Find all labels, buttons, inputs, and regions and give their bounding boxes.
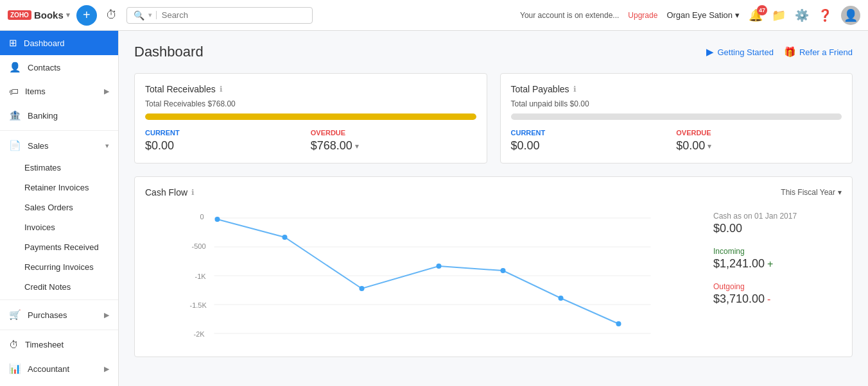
incoming-sign: + bbox=[767, 258, 773, 270]
y-label-500: -500 bbox=[192, 242, 206, 250]
org-selector[interactable]: Organ Eye Sation ▾ bbox=[666, 10, 740, 20]
cash-flow-svg: 0 -500 -1K -1.5K -2K bbox=[145, 205, 700, 346]
items-icon: 🏷 bbox=[9, 86, 19, 97]
sidebar-item-banking[interactable]: 🏦 Banking bbox=[0, 103, 118, 128]
main-content: Dashboard ▶ Getting Started 🎁 Refer a Fr… bbox=[119, 31, 868, 386]
payables-overdue-stat: OVERDUE $0.00 ▾ bbox=[676, 129, 842, 153]
search-input[interactable] bbox=[162, 10, 306, 20]
cash-flow-filter[interactable]: This Fiscal Year ▾ bbox=[781, 188, 842, 197]
receivables-current-value: $0.00 bbox=[145, 139, 311, 153]
content-header: Dashboard ▶ Getting Started 🎁 Refer a Fr… bbox=[134, 44, 853, 60]
cash-flow-title: Cash Flow ℹ bbox=[145, 187, 195, 197]
user-avatar[interactable]: 👤 bbox=[841, 6, 860, 25]
sidebar-item-label: Items bbox=[25, 87, 46, 96]
receivables-info-icon[interactable]: ℹ bbox=[220, 85, 223, 94]
sidebar-item-label: Sales bbox=[28, 141, 49, 151]
play-icon: ▶ bbox=[706, 46, 714, 58]
payables-title-label: Total Payables bbox=[511, 84, 569, 94]
dashboard-icon: ⊞ bbox=[9, 37, 17, 49]
cash-flow-legend: Cash as on 01 Jan 2017 $0.00 Incoming $1… bbox=[700, 205, 842, 346]
receivables-title: Total Receivables ℹ bbox=[145, 84, 476, 94]
sidebar-sub-retainer-invoices[interactable]: Retainer Invoices bbox=[0, 178, 118, 197]
cash-flow-section: Cash Flow ℹ This Fiscal Year ▾ 0 -500 -1… bbox=[134, 176, 853, 357]
sidebar: ⊞ Dashboard 👤 Contacts 🏷 Items ▶ 🏦 Banki… bbox=[0, 31, 119, 386]
summary-cards-row: Total Receivables ℹ Total Receivables $7… bbox=[134, 73, 853, 164]
sidebar-sub-estimates[interactable]: Estimates bbox=[0, 158, 118, 178]
sidebar-sub-payments-received[interactable]: Payments Received bbox=[0, 237, 118, 257]
legend-outgoing: Outgoing $3,710.00 - bbox=[713, 282, 842, 306]
cash-flow-chart: 0 -500 -1K -1.5K -2K bbox=[145, 205, 700, 346]
org-chevron-icon[interactable]: ▾ bbox=[66, 11, 70, 19]
sidebar-item-timesheet[interactable]: ⏱ Timesheet bbox=[0, 333, 118, 357]
legend-cash-label: Cash as on 01 Jan 2017 bbox=[713, 212, 842, 221]
topnav-right: Your account is on extende... Upgrade Or… bbox=[520, 6, 860, 25]
history-button[interactable]: ⏱ bbox=[103, 6, 120, 24]
sidebar-item-contacts[interactable]: 👤 Contacts bbox=[0, 55, 118, 80]
cash-flow-line bbox=[218, 219, 619, 324]
sidebar-sub-recurring-invoices[interactable]: Recurring Invoices bbox=[0, 257, 118, 277]
legend-outgoing-value: $3,710.00 - bbox=[713, 292, 842, 306]
main-layout: ⊞ Dashboard 👤 Contacts 🏷 Items ▶ 🏦 Banki… bbox=[0, 31, 868, 386]
sidebar-divider-2 bbox=[0, 299, 118, 300]
chart-point-0 bbox=[215, 217, 220, 222]
sidebar-divider-3 bbox=[0, 330, 118, 330]
y-label-1-5k: -1.5K bbox=[190, 301, 207, 309]
receivables-title-label: Total Receivables bbox=[145, 84, 216, 94]
banking-icon: 🏦 bbox=[9, 110, 21, 121]
purchases-icon: 🛒 bbox=[9, 309, 21, 321]
legend-incoming: Incoming $1,241.00 + bbox=[713, 247, 842, 271]
sidebar-item-items[interactable]: 🏷 Items ▶ bbox=[0, 80, 118, 103]
sidebar-item-label: Dashboard bbox=[24, 38, 65, 48]
overdue-dropdown-icon[interactable]: ▾ bbox=[355, 142, 359, 151]
sidebar-sub-invoices[interactable]: Invoices bbox=[0, 217, 118, 237]
sidebar-item-label: Timesheet bbox=[25, 340, 64, 349]
total-payables-card: Total Payables ℹ Total unpaid bills $0.0… bbox=[500, 73, 853, 164]
search-filter-icon[interactable]: ▾ bbox=[148, 11, 157, 19]
timesheet-icon: ⏱ bbox=[9, 339, 19, 350]
y-label-0: 0 bbox=[200, 213, 204, 221]
sidebar-sub-credit-notes[interactable]: Credit Notes bbox=[0, 277, 118, 297]
payables-current-value: $0.00 bbox=[511, 139, 677, 153]
search-bar[interactable]: 🔍 ▾ bbox=[126, 7, 313, 24]
payables-overdue-dropdown-icon[interactable]: ▾ bbox=[707, 142, 711, 151]
cash-flow-header: Cash Flow ℹ This Fiscal Year ▾ bbox=[145, 187, 842, 197]
sidebar-sub-sales-orders[interactable]: Sales Orders bbox=[0, 197, 118, 217]
receivables-overdue-stat: OVERDUE $768.00 ▾ bbox=[311, 129, 476, 153]
files-button[interactable]: 📁 bbox=[772, 8, 786, 22]
sidebar-item-label: Purchases bbox=[28, 310, 67, 320]
notification-badge: 47 bbox=[757, 5, 767, 15]
sidebar-item-dashboard[interactable]: ⊞ Dashboard bbox=[0, 31, 118, 55]
upgrade-link[interactable]: Upgrade bbox=[628, 11, 657, 20]
receivables-current-stat: CURRENT $0.00 bbox=[145, 129, 311, 153]
accountant-chevron-icon: ▶ bbox=[104, 365, 109, 373]
org-dropdown-icon[interactable]: ▾ bbox=[735, 10, 740, 20]
refer-friend-label: Refer a Friend bbox=[799, 47, 853, 57]
app-logo[interactable]: ZOHO Books ▾ bbox=[8, 10, 70, 21]
sidebar-item-sales[interactable]: 📄 Sales ▾ bbox=[0, 133, 118, 158]
add-button[interactable]: + bbox=[76, 5, 97, 26]
chart-point-6 bbox=[616, 321, 621, 326]
help-button[interactable]: ❓ bbox=[818, 8, 832, 22]
payables-info-icon[interactable]: ℹ bbox=[573, 85, 577, 94]
y-label-2k: -2K bbox=[194, 330, 205, 338]
gift-icon: 🎁 bbox=[784, 46, 796, 58]
cash-flow-title-label: Cash Flow bbox=[145, 187, 187, 197]
legend-outgoing-label: Outgoing bbox=[713, 282, 842, 291]
sales-icon: 📄 bbox=[9, 140, 21, 151]
legend-cash-value: $0.00 bbox=[713, 222, 842, 235]
notifications-button[interactable]: 🔔 47 bbox=[749, 8, 763, 22]
contacts-icon: 👤 bbox=[9, 62, 21, 73]
settings-button[interactable]: ⚙️ bbox=[795, 8, 809, 22]
cash-flow-info-icon[interactable]: ℹ bbox=[191, 188, 195, 197]
cash-flow-body: 0 -500 -1K -1.5K -2K bbox=[145, 205, 842, 346]
sidebar-item-accountant[interactable]: 📊 Accountant ▶ bbox=[0, 357, 118, 381]
sidebar-item-purchases[interactable]: 🛒 Purchases ▶ bbox=[0, 303, 118, 327]
cash-flow-filter-chevron-icon: ▾ bbox=[838, 188, 842, 197]
payments-received-label: Payments Received bbox=[24, 242, 99, 252]
sidebar-item-label: Contacts bbox=[28, 63, 60, 72]
getting-started-link[interactable]: ▶ Getting Started bbox=[706, 46, 773, 58]
refer-friend-link[interactable]: 🎁 Refer a Friend bbox=[784, 46, 853, 58]
chart-point-3 bbox=[437, 264, 442, 269]
sidebar-item-label: Accountant bbox=[28, 364, 69, 374]
cash-flow-filter-label: This Fiscal Year bbox=[781, 188, 835, 197]
